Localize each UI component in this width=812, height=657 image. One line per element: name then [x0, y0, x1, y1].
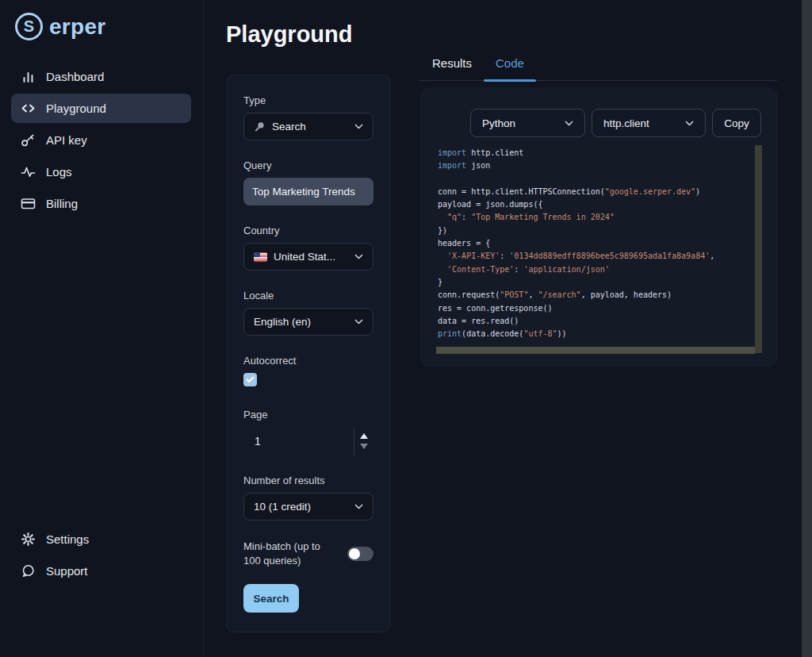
- code-vertical-scrollbar[interactable]: [755, 145, 762, 353]
- activity-icon: [21, 164, 36, 179]
- sidebar: S erper Dashboard Playground: [0, 0, 204, 657]
- chevron-down-icon: [354, 504, 363, 509]
- stepper-down-button[interactable]: [360, 444, 368, 449]
- search-button[interactable]: Search: [243, 584, 299, 613]
- sidebar-item-billing[interactable]: Billing: [11, 189, 191, 218]
- sidebar-footer-nav: Settings Support: [11, 524, 191, 586]
- query-input-value: Top Marketing Trends: [252, 186, 355, 198]
- logo-s-icon: S: [15, 13, 43, 40]
- type-select[interactable]: Search: [243, 113, 373, 140]
- page-title: Playground: [226, 21, 353, 48]
- num-results-label: Number of results: [243, 474, 373, 486]
- sidebar-item-label: Logs: [46, 165, 72, 179]
- credit-card-icon: [21, 196, 36, 211]
- chevron-down-icon: [354, 124, 363, 129]
- results-code-tabs: Results Code: [419, 51, 777, 81]
- sidebar-item-label: Support: [46, 564, 88, 578]
- mini-batch-row: Mini-batch (up to 100 queries): [243, 540, 373, 568]
- page-label: Page: [243, 409, 373, 421]
- language-select-value: Python: [482, 117, 565, 129]
- num-results-value: 10 (1 credit): [254, 501, 348, 513]
- gear-icon: [21, 532, 36, 547]
- query-input[interactable]: Top Marketing Trends: [243, 178, 373, 206]
- logo-text: erper: [49, 14, 106, 40]
- library-select-value: http.client: [603, 117, 685, 129]
- sidebar-item-playground[interactable]: Playground: [11, 94, 191, 123]
- country-select[interactable]: United Stat...: [243, 243, 373, 271]
- sidebar-item-label: Billing: [46, 197, 78, 210]
- stepper-up-button[interactable]: [360, 433, 368, 439]
- chevron-down-icon: [685, 121, 694, 126]
- chevron-down-icon: [354, 319, 363, 325]
- sidebar-item-logs[interactable]: Logs: [11, 157, 191, 186]
- page-stepper: [354, 427, 373, 455]
- language-select[interactable]: Python: [470, 109, 585, 137]
- sidebar-item-label: API key: [46, 133, 87, 147]
- copy-button[interactable]: Copy: [712, 109, 761, 137]
- chat-bubble-icon: [21, 563, 36, 578]
- sidebar-item-support[interactable]: Support: [11, 556, 191, 586]
- playground-form-panel: Type Search Query Top Marketing Trends C…: [226, 75, 391, 632]
- country-select-value: United Stat...: [274, 251, 348, 263]
- code-panel: Python http.client Copy import http.clie…: [420, 87, 778, 367]
- sidebar-item-label: Settings: [46, 532, 89, 546]
- page-scrollbar[interactable]: [801, 0, 812, 657]
- chevron-down-icon: [565, 121, 573, 126]
- sidebar-item-label: Dashboard: [46, 70, 104, 83]
- query-label: Query: [243, 159, 373, 171]
- autocorrect-checkbox[interactable]: [243, 373, 257, 386]
- code-horizontal-scrollbar[interactable]: [436, 347, 755, 354]
- library-select[interactable]: http.client: [592, 109, 706, 137]
- country-label: Country: [243, 225, 373, 236]
- bar-chart-icon: [21, 69, 36, 84]
- sidebar-item-label: Playground: [46, 102, 106, 115]
- code-icon: [21, 101, 36, 116]
- sidebar-item-settings[interactable]: Settings: [11, 524, 191, 554]
- mini-batch-label: Mini-batch (up to 100 queries): [243, 540, 334, 568]
- type-select-value: Search: [272, 121, 348, 133]
- code-toolbar: Python http.client Copy: [420, 87, 778, 137]
- page-number-input[interactable]: 1: [243, 427, 373, 455]
- us-flag-icon: [254, 252, 267, 262]
- sidebar-item-api-key[interactable]: API key: [11, 125, 191, 155]
- serper-logo[interactable]: S erper: [0, 0, 203, 40]
- autocorrect-label: Autocorrect: [243, 355, 373, 367]
- page-number-value: 1: [243, 427, 354, 455]
- tab-results[interactable]: Results: [419, 56, 484, 80]
- chevron-down-icon: [354, 254, 363, 259]
- tab-code[interactable]: Code: [484, 56, 536, 80]
- mini-batch-toggle[interactable]: [347, 547, 373, 561]
- key-icon: [21, 133, 36, 148]
- locale-select-value: English (en): [254, 316, 348, 328]
- locale-label: Locale: [243, 290, 373, 302]
- code-editor: import http.clientimport jsonconn = http…: [436, 144, 762, 354]
- sidebar-nav: Dashboard Playground API key: [11, 62, 191, 218]
- sidebar-item-dashboard[interactable]: Dashboard: [11, 62, 191, 91]
- code-content: import http.clientimport jsonconn = http…: [436, 144, 762, 340]
- toggle-knob: [349, 548, 360, 559]
- search-icon: [254, 121, 266, 133]
- type-label: Type: [243, 94, 373, 106]
- check-icon: [246, 376, 255, 383]
- locale-select[interactable]: English (en): [243, 308, 373, 336]
- num-results-select[interactable]: 10 (1 credit): [243, 493, 373, 521]
